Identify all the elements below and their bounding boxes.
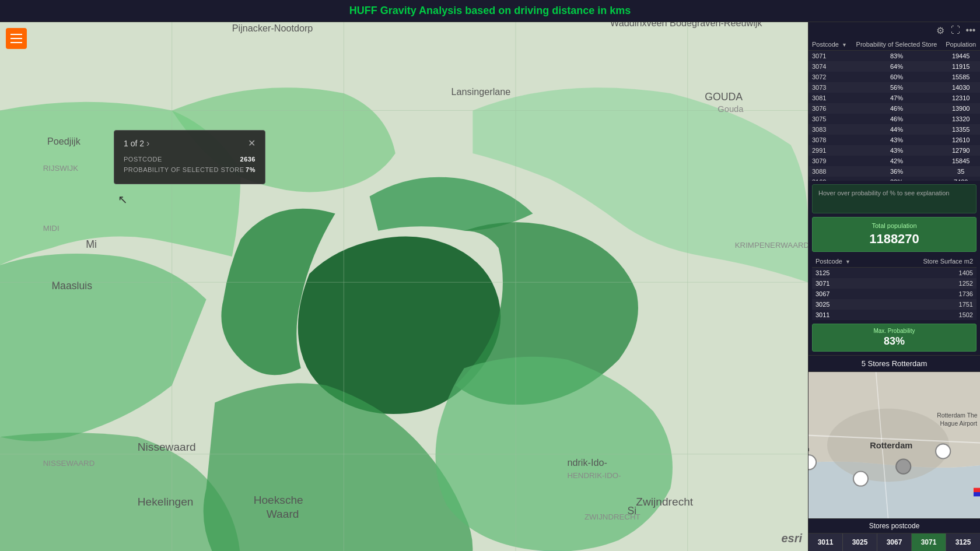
hamburger-menu[interactable] <box>6 28 27 49</box>
total-population-label: Total population <box>820 222 969 229</box>
mini-map-title: 5 Stores Rotterdam <box>808 356 980 372</box>
store-circle-3[interactable] <box>936 444 950 458</box>
table-cell-postcode: 3081 <box>808 93 852 103</box>
store-cell-postcode: 3067 <box>812 289 882 299</box>
postcode-button-3067[interactable]: 3067 <box>877 534 912 551</box>
table-cell-population: 12310 <box>942 93 980 103</box>
table-cell-probability: 46% <box>852 114 942 124</box>
popup-header: 1 of 2 › ✕ <box>124 138 256 149</box>
store-cell-postcode: 3125 <box>812 268 882 279</box>
svg-rect-49 <box>974 492 980 496</box>
table-cell-postcode: 3088 <box>808 166 852 177</box>
filter-icon[interactable]: ⚙ <box>935 24 946 36</box>
popup-nav: 1 of 2 › <box>124 138 149 149</box>
table-cell-population: 13355 <box>942 124 980 135</box>
table-cell-probability: 60% <box>852 72 942 82</box>
table-cell-probability: 83% <box>852 51 942 62</box>
popup-postcode-value: 2636 <box>240 156 256 163</box>
table-cell-probability: 46% <box>852 103 942 114</box>
store-table-row: 3067 1736 <box>812 289 977 299</box>
store-table-row: 3125 1405 <box>812 268 977 279</box>
table-cell-postcode: 3078 <box>808 135 852 145</box>
store-sort-arrow: ▼ <box>845 259 850 265</box>
postcode-button-3025[interactable]: 3025 <box>843 534 877 551</box>
table-cell-population: 11915 <box>942 61 980 72</box>
total-population-box: Total population 1188270 <box>812 217 977 252</box>
hover-explanation-box: Hover over probability of % to see expla… <box>812 184 977 213</box>
postcode-button-3071[interactable]: 3071 <box>912 534 946 551</box>
store-cell-surface: 1252 <box>882 278 977 289</box>
svg-text:Gouda: Gouda <box>718 104 744 114</box>
col-postcode[interactable]: Postcode ▼ <box>808 38 852 51</box>
table-cell-postcode: 3072 <box>808 72 852 82</box>
mini-map-svg: Rotterdam hiedam Rotterdam The Hague Air… <box>808 372 980 518</box>
svg-text:Maasluis: Maasluis <box>51 280 92 292</box>
max-prob-value: 83% <box>818 335 970 348</box>
more-options-icon[interactable]: ••• <box>965 24 977 36</box>
col-population[interactable]: Population <box>942 38 980 51</box>
main-map[interactable]: Zoetermeer Rijswijk Pijnacker-Nootdorp L… <box>0 22 808 551</box>
table-cell-population: 14030 <box>942 82 980 93</box>
table-cell-probability: 64% <box>852 61 942 72</box>
store-cell-postcode: 3025 <box>812 299 882 310</box>
table-row: 3076 46% 13900 <box>808 103 980 114</box>
svg-text:Hekelingen: Hekelingen <box>138 496 194 508</box>
table-cell-probability: 33% <box>852 177 942 181</box>
store-table-row: 3025 1751 <box>812 299 977 310</box>
table-cell-postcode: 3075 <box>808 114 852 124</box>
max-prob-label: Max. Probability <box>818 328 970 334</box>
store-col-postcode[interactable]: Postcode ▼ <box>812 255 882 268</box>
stores-postcode-section: Stores postcode 30113025306730713125 <box>808 518 980 551</box>
svg-text:hiedam: hiedam <box>808 445 810 452</box>
store-cell-postcode: 3071 <box>812 278 882 289</box>
table-row: 2991 43% 12790 <box>808 145 980 156</box>
table-cell-population: 15845 <box>942 156 980 166</box>
svg-text:Waddinxveen Bodegraven-Reeuwij: Waddinxveen Bodegraven-Reeuwijk <box>610 22 762 28</box>
store-cell-surface: 1751 <box>882 299 977 310</box>
data-table-container[interactable]: Postcode ▼ Probability of Selected Store… <box>808 38 980 181</box>
table-cell-population: 13900 <box>942 103 980 114</box>
table-body: 3071 83% 19445 3074 64% 11915 3072 60% 1… <box>808 51 980 181</box>
table-cell-postcode: 3083 <box>808 124 852 135</box>
table-cell-probability: 56% <box>852 82 942 93</box>
col-probability[interactable]: Probability of Selected Store <box>852 38 942 51</box>
svg-text:Rotterdam The: Rotterdam The <box>937 412 978 419</box>
table-row: 3075 46% 13320 <box>808 114 980 124</box>
probability-table: Postcode ▼ Probability of Selected Store… <box>808 38 980 181</box>
table-cell-probability: 36% <box>852 166 942 177</box>
table-cell-probability: 43% <box>852 145 942 156</box>
popup-postcode-label: POSTCODE <box>124 156 162 163</box>
store-circle-2[interactable] <box>853 471 868 486</box>
store-col-surface[interactable]: Store Surface m2 <box>882 255 977 268</box>
table-cell-population: 19445 <box>942 51 980 62</box>
svg-rect-47 <box>974 488 980 492</box>
svg-text:Hague Airport: Hague Airport <box>940 420 977 427</box>
postcode-button-3011[interactable]: 3011 <box>808 534 843 551</box>
table-cell-postcode: 3079 <box>808 156 852 166</box>
postcode-button-3125[interactable]: 3125 <box>946 534 980 551</box>
main-content: Zoetermeer Rijswijk Pijnacker-Nootdorp L… <box>0 22 980 551</box>
svg-text:KRIMPENERWAARD: KRIMPENERWAARD <box>735 241 808 250</box>
right-panel: ⚙ ⛶ ••• Postcode ▼ Probability of Select… <box>808 22 980 551</box>
svg-text:Pijnacker-Nootdorp: Pijnacker-Nootdorp <box>232 23 313 33</box>
table-row: 3079 42% 15845 <box>808 156 980 166</box>
table-cell-postcode: 3074 <box>808 61 852 72</box>
esri-watermark: esri <box>781 532 802 545</box>
table-cell-population: 15585 <box>942 72 980 82</box>
popup-probability-value: 7% <box>246 166 256 173</box>
page-header: HUFF Gravity Analysis based on driving d… <box>0 0 980 22</box>
store-circle-selected[interactable] <box>896 459 911 474</box>
popup-close-button[interactable]: ✕ <box>248 138 256 149</box>
svg-text:Hoeksche: Hoeksche <box>254 494 303 506</box>
table-cell-probability: 47% <box>852 93 942 103</box>
table-cell-probability: 42% <box>852 156 942 166</box>
table-row: 3073 56% 14030 <box>808 82 980 93</box>
fullscreen-icon[interactable]: ⛶ <box>950 24 961 36</box>
map-background: Zoetermeer Rijswijk Pijnacker-Nootdorp L… <box>0 22 808 551</box>
svg-text:Zwijndrecht: Zwijndrecht <box>636 496 694 508</box>
table-cell-probability: 43% <box>852 135 942 145</box>
mini-map-display[interactable]: Rotterdam hiedam Rotterdam The Hague Air… <box>808 372 980 518</box>
store-table-row: 3071 1252 <box>812 278 977 289</box>
table-cell-postcode: 3162 <box>808 177 852 181</box>
svg-text:GOUDA: GOUDA <box>705 91 743 103</box>
